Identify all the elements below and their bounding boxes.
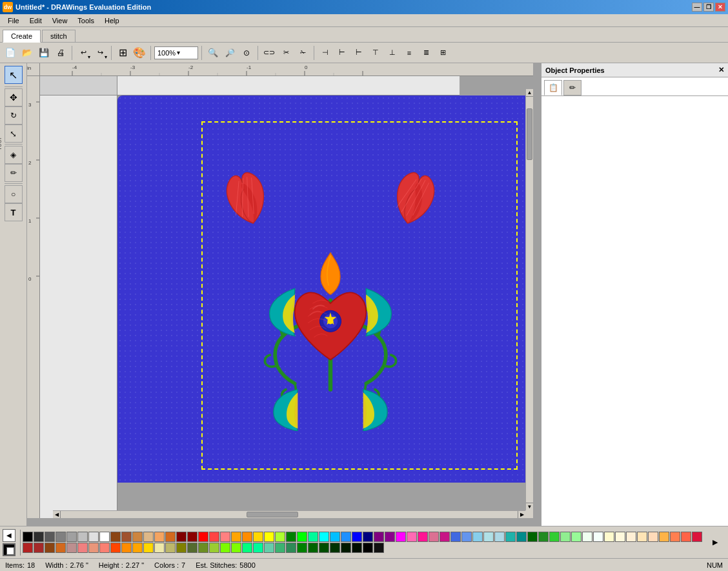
palette-arrow-right[interactable]: ▶ xyxy=(713,538,725,546)
color-swatch-80[interactable] xyxy=(220,543,230,553)
restore-button[interactable]: ❐ xyxy=(703,3,714,12)
color-swatch-4[interactable] xyxy=(66,532,77,542)
open-button[interactable]: 📂 xyxy=(19,45,35,61)
color-swatch-76[interactable] xyxy=(176,543,187,553)
scale-tool[interactable]: ⤡ xyxy=(5,125,23,143)
spacing-button[interactable]: ≣ xyxy=(418,45,434,61)
fabric-canvas[interactable] xyxy=(117,95,533,483)
color-button[interactable]: 🎨 xyxy=(132,45,147,61)
scroll-left-button[interactable]: ◀ xyxy=(53,511,61,518)
vertical-scrollbar[interactable]: ▲ ▼ xyxy=(525,89,533,510)
color-swatch-93[interactable] xyxy=(363,543,373,553)
color-swatch-58[interactable] xyxy=(659,532,669,542)
color-swatch-69[interactable] xyxy=(99,543,110,553)
color-swatch-15[interactable] xyxy=(187,532,197,542)
object-properties-close[interactable]: ✕ xyxy=(718,66,724,74)
color-swatch-72[interactable] xyxy=(132,543,143,553)
color-swatch-68[interactable] xyxy=(88,543,99,553)
color-swatch-36[interactable] xyxy=(418,532,428,542)
color-swatch-51[interactable] xyxy=(582,532,592,542)
distribute-button[interactable]: ≡ xyxy=(401,45,417,61)
select-tool[interactable]: ↖ xyxy=(5,66,23,84)
print-button[interactable]: 🖨 xyxy=(53,45,68,61)
color-swatch-94[interactable] xyxy=(374,543,384,553)
color-swatch-37[interactable] xyxy=(429,532,439,542)
color-swatch-26[interactable] xyxy=(308,532,318,542)
color-swatch-48[interactable] xyxy=(549,532,560,542)
color-swatch-44[interactable] xyxy=(505,532,516,542)
color-swatch-34[interactable] xyxy=(396,532,406,542)
save-button[interactable]: 💾 xyxy=(36,45,52,61)
rotate-tool[interactable]: ↻ xyxy=(5,106,23,125)
color-swatch-88[interactable] xyxy=(308,543,318,553)
scroll-down-button[interactable]: ▼ xyxy=(526,503,533,510)
color-swatch-81[interactable] xyxy=(231,543,241,553)
color-swatch-74[interactable] xyxy=(154,543,165,553)
color-swatch-33[interactable] xyxy=(385,532,395,542)
color-swatch-5[interactable] xyxy=(77,532,88,542)
color-swatch-79[interactable] xyxy=(209,543,219,553)
menu-file[interactable]: File xyxy=(3,15,25,26)
color-swatch-82[interactable] xyxy=(242,543,252,553)
zoom-out-button[interactable]: 🔎 xyxy=(222,45,238,61)
color-swatch-45[interactable] xyxy=(516,532,527,542)
color-swatch-55[interactable] xyxy=(626,532,636,542)
color-swatch-65[interactable] xyxy=(56,543,66,553)
horizontal-scrollbar[interactable]: ◀ ▶ xyxy=(53,510,525,518)
color-swatch-67[interactable] xyxy=(77,543,88,553)
align-middle-button[interactable]: ⊥ xyxy=(385,45,400,61)
color-swatch-29[interactable] xyxy=(341,532,351,542)
color-swatch-13[interactable] xyxy=(165,532,176,542)
color-swatch-70[interactable] xyxy=(110,543,121,553)
color-swatch-23[interactable] xyxy=(275,532,285,542)
color-swatch-18[interactable] xyxy=(220,532,230,542)
digitize-button[interactable]: ⊞ xyxy=(115,45,130,61)
palette-arrow-left[interactable]: ◀ xyxy=(3,529,15,542)
menu-edit[interactable]: Edit xyxy=(25,15,47,26)
canvas-area[interactable]: in -4 -3 -2 -1 0 xyxy=(27,63,541,526)
node-tool[interactable]: ◈ xyxy=(5,146,23,164)
color-swatch-31[interactable] xyxy=(363,532,373,542)
color-swatch-9[interactable] xyxy=(121,532,132,542)
break-button[interactable]: ✂ xyxy=(278,45,294,61)
color-swatch-87[interactable] xyxy=(297,543,307,553)
color-swatch-52[interactable] xyxy=(593,532,603,542)
color-swatch-50[interactable] xyxy=(571,532,581,542)
color-swatch-22[interactable] xyxy=(264,532,274,542)
color-swatch-41[interactable] xyxy=(472,532,483,542)
zoom-dropdown[interactable]: ▾ xyxy=(177,49,180,56)
active-color-swatch[interactable] xyxy=(3,543,15,556)
close-button[interactable]: ✕ xyxy=(715,3,725,12)
color-swatch-49[interactable] xyxy=(560,532,571,542)
color-swatch-10[interactable] xyxy=(132,532,143,542)
color-swatch-28[interactable] xyxy=(330,532,340,542)
minimize-button[interactable]: — xyxy=(692,3,702,12)
new-button[interactable]: 📄 xyxy=(3,45,18,61)
color-swatch-21[interactable] xyxy=(253,532,263,542)
color-swatch-16[interactable] xyxy=(198,532,208,542)
color-swatch-62[interactable] xyxy=(23,543,33,553)
join-button[interactable]: ⊂⊃ xyxy=(261,45,277,61)
menu-help[interactable]: Help xyxy=(99,15,125,26)
color-swatch-20[interactable] xyxy=(242,532,252,542)
color-swatch-12[interactable] xyxy=(154,532,165,542)
align-right-button[interactable]: ⊢ xyxy=(351,45,367,61)
color-swatch-89[interactable] xyxy=(319,543,329,553)
color-swatch-75[interactable] xyxy=(165,543,176,553)
color-swatch-1[interactable] xyxy=(34,532,44,542)
color-swatch-35[interactable] xyxy=(407,532,417,542)
color-swatch-42[interactable] xyxy=(483,532,494,542)
vertical-scrollbar-thumb[interactable] xyxy=(527,108,532,160)
color-swatch-46[interactable] xyxy=(527,532,538,542)
color-swatch-73[interactable] xyxy=(143,543,154,553)
color-swatch-91[interactable] xyxy=(341,543,351,553)
obj-tab-properties[interactable]: 📋 xyxy=(544,80,562,95)
color-swatch-25[interactable] xyxy=(297,532,307,542)
color-swatch-71[interactable] xyxy=(121,543,132,553)
trim-button[interactable]: ✁ xyxy=(295,45,310,61)
color-swatch-61[interactable] xyxy=(692,532,702,542)
align-center-h-button[interactable]: ⊢ xyxy=(334,45,350,61)
color-swatch-84[interactable] xyxy=(264,543,274,553)
color-swatch-59[interactable] xyxy=(670,532,680,542)
color-swatch-17[interactable] xyxy=(209,532,219,542)
